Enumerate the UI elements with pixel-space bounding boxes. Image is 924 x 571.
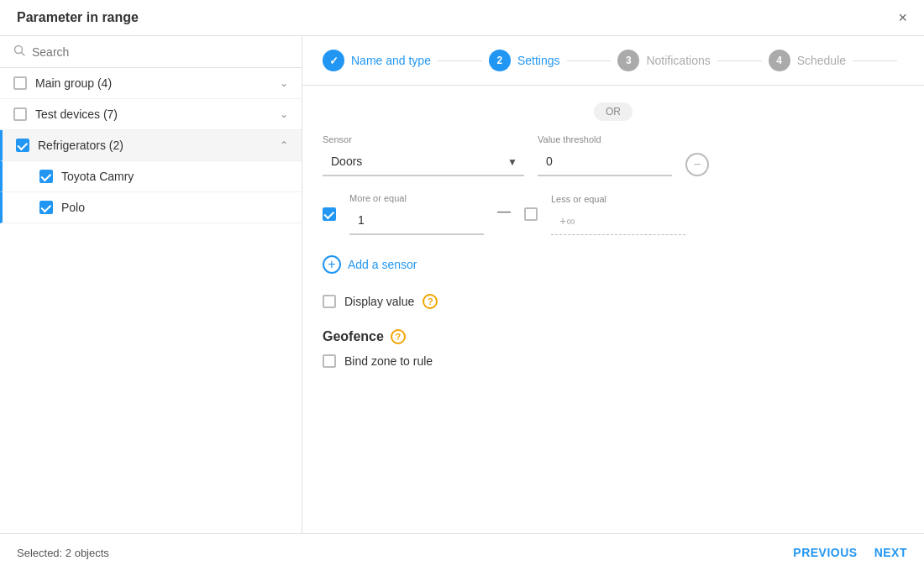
toyota-camry-checkbox[interactable] [39, 170, 53, 183]
footer-buttons: PREVIOUS NEXT [793, 546, 907, 559]
chevron-up-icon: ⌃ [280, 139, 288, 151]
list-item[interactable]: Refrigerators (2) ⌃ [0, 130, 302, 161]
add-sensor-label: Add a sensor [348, 258, 417, 271]
bind-zone-checkbox[interactable] [323, 354, 336, 368]
modal: Parameter in range × Main [0, 0, 924, 571]
step-1-circle: ✓ [323, 50, 344, 71]
step-4-circle: 4 [769, 50, 790, 71]
or-divider: OR [323, 102, 904, 121]
chevron-down-icon: ⌄ [280, 108, 288, 120]
bind-zone-label: Bind zone to rule [344, 354, 433, 368]
list-item[interactable]: Polo [0, 192, 302, 223]
step-2-number: 2 [497, 55, 503, 66]
geofence-help-icon[interactable]: ? [391, 329, 406, 344]
remove-sensor-button[interactable]: − [685, 153, 709, 176]
step-4-label: Schedule [797, 54, 846, 67]
svg-line-1 [22, 53, 25, 56]
more-or-equal-field: More or equal [349, 193, 484, 235]
close-button[interactable]: × [898, 10, 907, 25]
sensor-field-group: Sensor Doors ▼ [323, 134, 524, 176]
sensor-select[interactable]: Doors [323, 148, 524, 176]
main-group-checkbox[interactable] [13, 76, 27, 90]
step-name-type: ✓ Name and type [323, 50, 431, 71]
previous-button[interactable]: PREVIOUS [793, 546, 857, 559]
geofence-section-title: Geofence ? [323, 329, 904, 344]
geofence-row: Bind zone to rule [323, 354, 904, 368]
or-badge: OR [594, 102, 633, 121]
value-threshold-input[interactable] [538, 148, 672, 176]
list-item[interactable]: Test devices (7) ⌄ [0, 99, 302, 130]
range-row: More or equal — Less or equal +∞ [323, 193, 904, 235]
modal-body: Main group (4) ⌄ Test devices (7) ⌄ Refr… [0, 36, 924, 533]
device-list: Main group (4) ⌄ Test devices (7) ⌄ Refr… [0, 68, 302, 533]
step-line-4 [853, 60, 897, 61]
display-value-checkbox[interactable] [323, 295, 336, 308]
step-1-label: Name and type [351, 54, 431, 67]
step-4-number: 4 [776, 55, 782, 66]
modal-footer: Selected: 2 objects PREVIOUS NEXT [0, 533, 924, 571]
sensor-row: Sensor Doors ▼ Value threshold − [323, 134, 904, 176]
less-or-equal-checkbox[interactable] [524, 207, 538, 221]
step-2-circle: 2 [489, 50, 511, 71]
content-area: OR Sensor Doors ▼ Value thres [302, 86, 924, 533]
toyota-camry-label: Toyota Camry [61, 170, 288, 183]
search-input[interactable] [32, 45, 288, 59]
test-devices-checkbox[interactable] [13, 107, 27, 121]
polo-checkbox[interactable] [39, 201, 53, 214]
less-or-equal-field: Less or equal +∞ [551, 194, 685, 235]
list-item[interactable]: Toyota Camry [0, 161, 302, 192]
display-value-row: Display value ? [323, 294, 904, 309]
main-content: ✓ Name and type 2 Settings 3 [302, 36, 924, 533]
sensor-label: Sensor [323, 134, 524, 144]
next-button[interactable]: NEXT [874, 546, 907, 559]
range-dash: — [497, 204, 511, 219]
value-threshold-label: Value threshold [538, 134, 672, 144]
step-schedule: 4 Schedule [769, 50, 846, 71]
steps-bar: ✓ Name and type 2 Settings 3 [302, 36, 924, 86]
list-item[interactable]: Main group (4) ⌄ [0, 68, 302, 99]
less-or-equal-label: Less or equal [551, 194, 685, 204]
step-notifications: 3 Notifications [617, 50, 710, 71]
refrigerators-checkbox[interactable] [16, 139, 29, 152]
more-or-equal-checkbox[interactable] [323, 207, 336, 221]
step-line-1 [438, 60, 482, 61]
more-or-equal-input[interactable] [349, 207, 484, 235]
less-or-equal-input[interactable]: +∞ [551, 207, 685, 235]
geofence-title: Geofence [323, 329, 384, 344]
infinity-value: +∞ [559, 214, 575, 228]
step-3-number: 3 [626, 55, 632, 66]
step-settings: 2 Settings [489, 50, 560, 71]
add-icon: + [323, 255, 341, 274]
chevron-down-icon: ⌄ [280, 77, 288, 89]
modal-title: Parameter in range [17, 10, 139, 25]
display-value-help-icon[interactable]: ? [423, 294, 438, 309]
step-3-circle: 3 [617, 50, 639, 71]
checkmark-icon: ✓ [329, 55, 339, 67]
sensor-select-wrapper: Doors ▼ [323, 148, 524, 176]
selected-objects-status: Selected: 2 objects [17, 547, 109, 559]
search-icon [13, 45, 25, 59]
polo-label: Polo [61, 201, 288, 214]
value-threshold-field-group: Value threshold [538, 134, 672, 176]
test-devices-label: Test devices (7) [35, 107, 271, 121]
display-value-label: Display value [344, 295, 414, 308]
main-group-label: Main group (4) [35, 76, 271, 90]
step-3-label: Notifications [646, 54, 710, 67]
more-or-equal-label: More or equal [349, 193, 484, 203]
refrigerators-label: Refrigerators (2) [38, 139, 271, 152]
step-line-2 [567, 60, 612, 61]
step-2-label: Settings [517, 54, 560, 67]
step-line-3 [717, 60, 762, 61]
search-box [0, 36, 302, 68]
minus-icon: − [693, 157, 701, 172]
sidebar: Main group (4) ⌄ Test devices (7) ⌄ Refr… [0, 36, 302, 533]
modal-header: Parameter in range × [0, 0, 924, 36]
add-sensor-button[interactable]: + Add a sensor [323, 255, 417, 274]
